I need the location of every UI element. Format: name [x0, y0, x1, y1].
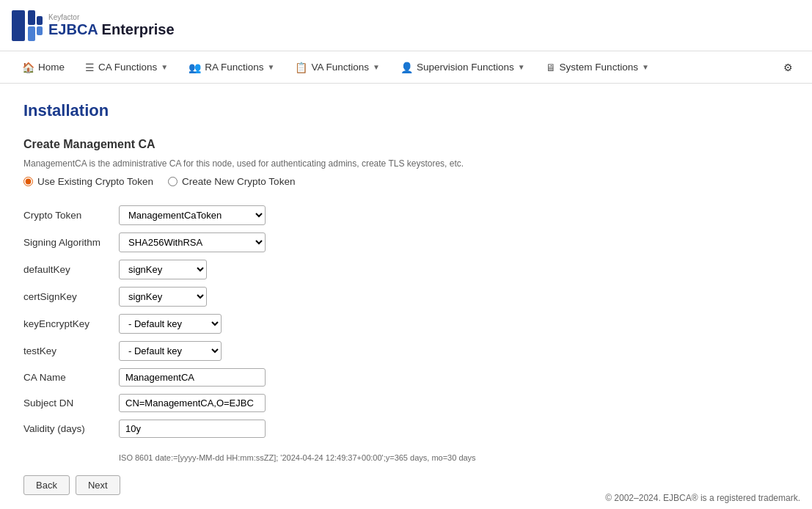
crypto-token-select[interactable]: ManagementCaToken	[119, 205, 266, 225]
supervision-chevron-icon: ▼	[518, 63, 525, 71]
test-key-label: testKey	[23, 337, 119, 365]
table-row: Validity (days)	[23, 416, 274, 442]
key-encrypt-key-select[interactable]: - Default key	[119, 314, 222, 334]
table-row: testKey - Default key	[23, 337, 274, 365]
va-chevron-icon: ▼	[373, 63, 380, 71]
next-button[interactable]: Next	[76, 475, 120, 495]
table-row: Subject DN	[23, 390, 274, 416]
table-row: defaultKey signKey	[23, 256, 274, 283]
copyright-text: © 2002–2024. EJBCA® is a registered trad…	[605, 493, 800, 503]
navbar: 🏠 Home ☰ CA Functions ▼ 👥 RA Functions ▼…	[0, 51, 812, 84]
ca-icon: ☰	[85, 62, 95, 73]
nav-supervision-label: Supervision Functions	[417, 62, 514, 73]
radio-use-existing-label: Use Existing Crypto Token	[37, 176, 153, 187]
svg-rect-3	[37, 16, 43, 25]
form-table: Crypto Token ManagementCaToken Signing A…	[23, 202, 274, 442]
system-icon: 🖥	[546, 62, 556, 73]
footer: © 2002–2024. EJBCA® is a registered trad…	[593, 487, 812, 509]
brand-text: Keyfactor EJBCA Enterprise	[48, 13, 175, 38]
section-title: Create Management CA	[23, 138, 789, 151]
svg-rect-4	[37, 26, 43, 35]
table-row: certSignKey signKey	[23, 283, 274, 310]
ra-chevron-icon: ▼	[268, 63, 275, 71]
subject-dn-label: Subject DN	[23, 390, 119, 416]
nav-ra-label: RA Functions	[205, 62, 263, 73]
nav-supervision-functions[interactable]: 👤 Supervision Functions ▼	[390, 51, 535, 84]
nav-home[interactable]: 🏠 Home	[12, 51, 75, 84]
nav-home-label: Home	[38, 62, 65, 73]
default-key-label: defaultKey	[23, 256, 119, 283]
description-text: ManagementCA is the administrative CA fo…	[23, 158, 789, 169]
nav-ca-label: CA Functions	[98, 62, 157, 73]
subject-dn-input[interactable]	[119, 394, 266, 412]
test-key-select[interactable]: - Default key	[119, 341, 222, 361]
va-icon: 📋	[295, 62, 307, 73]
ca-chevron-icon: ▼	[161, 63, 168, 71]
nav-ra-functions[interactable]: 👥 RA Functions ▼	[178, 51, 285, 84]
svg-rect-2	[28, 26, 35, 41]
nav-va-functions[interactable]: 📋 VA Functions ▼	[285, 51, 389, 84]
ra-icon: 👥	[189, 62, 201, 73]
radio-use-existing[interactable]: Use Existing Crypto Token	[23, 176, 153, 187]
ca-name-input[interactable]	[119, 368, 266, 387]
home-icon: 🏠	[22, 62, 34, 73]
radio-use-existing-input[interactable]	[23, 177, 33, 186]
nav-gear-button[interactable]: ⚙	[776, 51, 800, 84]
logo-area: Keyfactor EJBCA Enterprise	[12, 10, 175, 41]
default-key-select[interactable]: signKey	[119, 260, 207, 279]
nav-ca-functions[interactable]: ☰ CA Functions ▼	[75, 51, 178, 84]
logo-icon	[12, 10, 43, 41]
crypto-token-radio-group: Use Existing Crypto Token Create New Cry…	[23, 176, 789, 187]
table-row: CA Name	[23, 365, 274, 390]
radio-create-new[interactable]: Create New Crypto Token	[168, 176, 295, 187]
header: Keyfactor EJBCA Enterprise	[0, 0, 812, 51]
page-title: Installation	[23, 101, 789, 120]
back-button[interactable]: Back	[23, 475, 70, 495]
signing-algorithm-select[interactable]: SHA256WithRSA	[119, 232, 266, 252]
table-row: Signing Algorithm SHA256WithRSA	[23, 229, 274, 256]
nav-va-label: VA Functions	[311, 62, 369, 73]
cert-sign-key-select[interactable]: signKey	[119, 287, 207, 307]
nav-system-label: System Functions	[560, 62, 638, 73]
validity-hint: ISO 8601 date:=[yyyy-MM-dd HH:mm:ssZZ]; …	[119, 453, 789, 462]
crypto-token-label: Crypto Token	[23, 202, 119, 229]
cert-sign-key-label: certSignKey	[23, 283, 119, 310]
gear-icon: ⚙	[783, 62, 793, 73]
table-row: keyEncryptKey - Default key	[23, 310, 274, 337]
key-encrypt-key-label: keyEncryptKey	[23, 310, 119, 337]
system-chevron-icon: ▼	[642, 63, 649, 71]
radio-create-new-input[interactable]	[168, 177, 178, 186]
ca-name-label: CA Name	[23, 365, 119, 390]
radio-create-new-label: Create New Crypto Token	[182, 176, 295, 187]
main-content: Installation Create Management CA Manage…	[0, 84, 812, 509]
signing-algorithm-label: Signing Algorithm	[23, 229, 119, 256]
supervision-icon: 👤	[400, 62, 413, 73]
svg-rect-1	[28, 10, 35, 25]
validity-label: Validity (days)	[23, 416, 119, 442]
nav-system-functions[interactable]: 🖥 System Functions ▼	[535, 51, 659, 84]
svg-rect-0	[12, 10, 25, 41]
table-row: Crypto Token ManagementCaToken	[23, 202, 274, 229]
validity-input[interactable]	[119, 420, 266, 438]
